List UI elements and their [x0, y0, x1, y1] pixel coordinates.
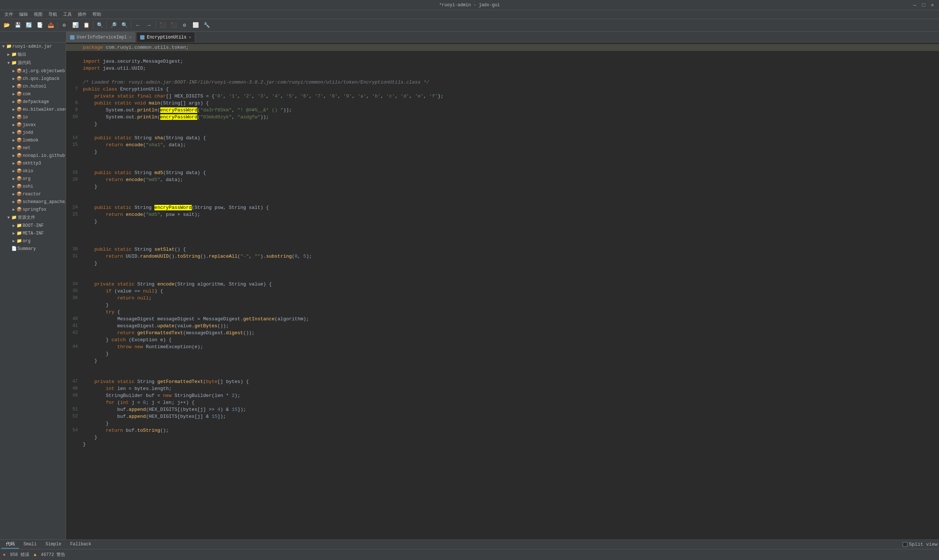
menu-help[interactable]: 帮助 [89, 11, 104, 18]
split-view-checkbox[interactable] [903, 542, 907, 547]
line-content-49: StringBuilder buf = new StringBuilder(le… [81, 392, 939, 399]
line-num-30: 30 [66, 246, 81, 253]
sidebar-item-aj[interactable]: ▶ 📦 aj.org.objectweb... [0, 67, 66, 75]
line-num-54: 54 [66, 427, 81, 434]
reload-button[interactable]: 🔄 [23, 20, 34, 31]
code-line-blank4 [66, 155, 939, 162]
btab-fallback[interactable]: Fallback [66, 541, 96, 548]
decompile-progress[interactable]: 📊 [70, 20, 80, 31]
decompile-btn1[interactable]: ⬛ [157, 20, 168, 31]
sidebar-item-defpackage[interactable]: ▶ 📦 defpackage [0, 98, 66, 106]
menu-navigate[interactable]: 导航 [45, 11, 60, 18]
tabs-bar: UserInfoServiceImpl ✕ EncryptionUtils ✕ [0, 32, 939, 43]
wrench-button[interactable]: 🔧 [201, 20, 212, 31]
sidebar-item-okio[interactable]: ▶ 📦 okio [0, 167, 66, 175]
find-class-button[interactable]: 🔍 [119, 20, 130, 31]
code-line-24: 24 public static String encryPassWord(St… [66, 204, 939, 211]
close-button[interactable]: ✕ [930, 2, 935, 8]
line-content-30: public static String setSlat() { [81, 246, 939, 253]
log-button[interactable]: 📋 [81, 20, 91, 31]
sidebar-item-output[interactable]: ▶ 📁 输出 [0, 50, 66, 58]
sidebar-item-cn[interactable]: ▶ 📦 cn.hutool [0, 83, 66, 90]
code-line-9: 9 System.out.println(encryPassWord("da3r… [66, 107, 939, 114]
sidebar-item-io[interactable]: ▶ 📦 io [0, 113, 66, 121]
code-line-for: for (int j = 0; j < len; j++) { [66, 399, 939, 406]
code-line-close19: } [66, 183, 939, 190]
code-line-comment: /* Loaded from: ruoyi-admin.jar:BOOT-INF… [66, 79, 939, 86]
sidebar-project-root[interactable]: ▼ 📁 ruoyi-admin.jar [0, 43, 66, 50]
export-button[interactable]: 📤 [45, 20, 56, 31]
sidebar-item-oshi[interactable]: ▶ 📦 oshi [0, 183, 66, 190]
sidebar-item-lombok[interactable]: ▶ 📦 lombok [0, 136, 66, 144]
export-btn2[interactable]: ⬜ [190, 20, 200, 31]
sidebar-item-schemaorg[interactable]: ▶ 📦 schemaorg_apache_... [0, 198, 66, 206]
sidebar-label-lombok: lombok [23, 138, 39, 143]
open-button[interactable]: 📂 [2, 20, 12, 31]
search-button[interactable]: 🔍 [95, 20, 105, 31]
line-content-35: if (value == null) { [81, 288, 939, 295]
bottom-tabs: 代码 Smali Simple Fallback Split view [0, 540, 939, 549]
sidebar-item-org2[interactable]: ▶ 📁 org [0, 237, 66, 245]
line-content-hexdigits: private static final char[] HEX_DIGITS =… [81, 93, 939, 100]
menu-edit[interactable]: 编辑 [16, 11, 31, 18]
sidebar-item-reactor[interactable]: ▶ 📦 reactor [0, 190, 66, 198]
btab-simple[interactable]: Simple [41, 541, 66, 548]
sidebar-item-resources[interactable]: ▼ 📁 资源文件 [0, 213, 66, 222]
line-content-close24: } [81, 218, 939, 225]
sidebar-label-resources: 资源文件 [18, 214, 35, 221]
sidebar-item-com[interactable]: ▶ 📦 com [0, 90, 66, 98]
sidebar-item-okhttp3[interactable]: ▶ 📦 okhttp3 [0, 159, 66, 167]
settings-button[interactable]: ⚙ [179, 20, 190, 31]
aj-expand-icon: ▶ [12, 69, 15, 73]
maximize-button[interactable]: □ [920, 2, 927, 8]
sidebar-item-eu[interactable]: ▶ 📦 eu.bitwalker.user... [0, 106, 66, 113]
decompile-btn2[interactable]: ⬛ [168, 20, 179, 31]
jodd-expand-icon: ▶ [12, 130, 15, 135]
sidebar-item-summary[interactable]: 📄 Summary [0, 245, 66, 252]
decompile-options[interactable]: ⚙ [59, 20, 69, 31]
sidebar-item-javax[interactable]: ▶ 📦 javax [0, 121, 66, 129]
tab-userinfoserviceimpl[interactable]: UserInfoServiceImpl ✕ [66, 32, 135, 42]
code-line-closefor: } [66, 420, 939, 427]
menu-view[interactable]: 视图 [31, 11, 45, 18]
split-view-label: Split view [909, 542, 937, 547]
btab-smali[interactable]: Smali [19, 541, 41, 548]
sidebar-item-sourcecode[interactable]: ▼ 📁 源代码 [0, 58, 66, 67]
forward-button[interactable]: → [144, 20, 154, 31]
line-num-14: 14 [66, 134, 81, 142]
tab-close-encryptionutils[interactable]: ✕ [188, 35, 191, 40]
sidebar-item-nonapi[interactable]: ▶ 📦 nonapi.io.github... [0, 152, 66, 159]
save-button[interactable]: 💾 [12, 20, 23, 31]
sidebar-item-net[interactable]: ▶ 📦 net [0, 144, 66, 152]
save-all-button[interactable]: 📑 [34, 20, 45, 31]
split-view-container: Split view [903, 542, 937, 547]
menu-plugins[interactable]: 插件 [75, 11, 89, 18]
sidebar-label-jodd: jodd [23, 130, 33, 135]
sidebar-item-org[interactable]: ▶ 📦 org [0, 175, 66, 183]
code-line-40: 40 MessageDigest messageDigest = Message… [66, 315, 939, 323]
code-line-34: 34 private static String encode(String a… [66, 281, 939, 288]
summary-expand-icon [7, 247, 10, 251]
line-num-36: 36 [66, 295, 81, 302]
menu-tools[interactable]: 工具 [60, 11, 75, 18]
search-usage-button[interactable]: 🔎 [108, 20, 119, 31]
tab-close-userinfoserviceimpl[interactable]: ✕ [129, 35, 132, 40]
sidebar-item-metainf[interactable]: ▶ 📁 META-INF [0, 229, 66, 237]
back-button[interactable]: ← [133, 20, 143, 31]
btab-code[interactable]: 代码 [2, 540, 19, 549]
line-num-31: 31 [66, 253, 81, 260]
title-bar-controls: — □ ✕ [912, 2, 935, 8]
sidebar-item-bootinf[interactable]: ▶ 📁 BOOT-INF [0, 222, 66, 229]
line-content-34: private static String encode(String algo… [81, 281, 939, 288]
sourcecode-expand-icon: ▼ [7, 61, 10, 65]
sidebar-item-ch[interactable]: ▶ 📦 ch.qos.logback [0, 75, 66, 83]
sidebar-item-jodd[interactable]: ▶ 📦 jodd [0, 129, 66, 136]
tab-encryptionutils[interactable]: EncryptionUtils ✕ [136, 32, 195, 42]
line-content-blank9 [81, 232, 939, 239]
line-content-47: private static String getFormattedText(b… [81, 378, 939, 385]
code-area[interactable]: package com.ruoyi.common.utils.token; im… [66, 43, 939, 540]
minimize-button[interactable]: — [912, 2, 918, 8]
menu-file[interactable]: 文件 [2, 11, 16, 18]
okhttp3-expand-icon: ▶ [12, 161, 15, 166]
sidebar-item-springfox[interactable]: ▶ 📦 springfox [0, 206, 66, 213]
